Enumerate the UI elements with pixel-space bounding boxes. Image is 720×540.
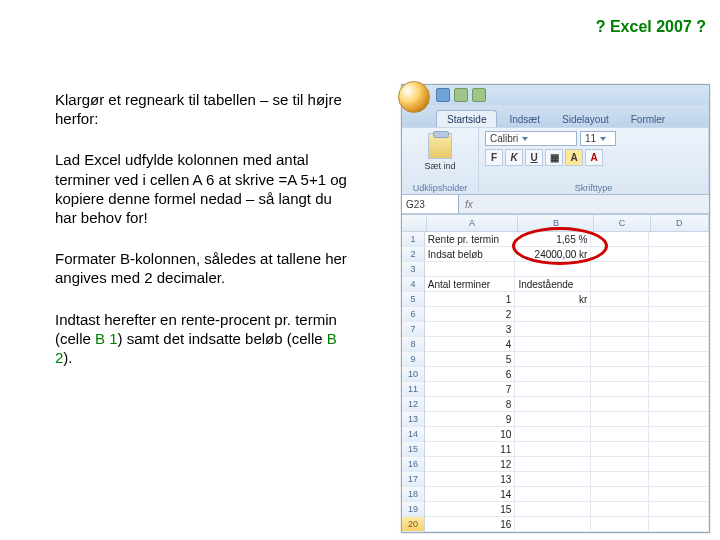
- cell[interactable]: [515, 427, 591, 442]
- row-header[interactable]: 20: [402, 517, 425, 532]
- cell[interactable]: 1: [425, 292, 516, 307]
- cell[interactable]: 6: [425, 367, 516, 382]
- cell[interactable]: [649, 262, 709, 277]
- cell[interactable]: 7: [425, 382, 516, 397]
- cell[interactable]: 11: [425, 442, 516, 457]
- cell[interactable]: [515, 412, 591, 427]
- cell[interactable]: [649, 457, 709, 472]
- cell[interactable]: [515, 442, 591, 457]
- cell[interactable]: [591, 487, 649, 502]
- cell[interactable]: Indsat beløb: [425, 247, 516, 262]
- cell[interactable]: [591, 412, 649, 427]
- cell[interactable]: [591, 472, 649, 487]
- cell[interactable]: [515, 367, 591, 382]
- cell[interactable]: [649, 367, 709, 382]
- cell[interactable]: [649, 442, 709, 457]
- cell[interactable]: [649, 487, 709, 502]
- cell[interactable]: 14: [425, 487, 516, 502]
- cell[interactable]: [591, 397, 649, 412]
- cell[interactable]: [649, 427, 709, 442]
- cell[interactable]: [649, 472, 709, 487]
- row-header[interactable]: 14: [402, 427, 425, 442]
- cell[interactable]: 24000,00 kr: [515, 247, 591, 262]
- row-header[interactable]: 3: [402, 262, 425, 277]
- cell[interactable]: [591, 352, 649, 367]
- cell[interactable]: [649, 292, 709, 307]
- cell[interactable]: [515, 502, 591, 517]
- row-header[interactable]: 16: [402, 457, 425, 472]
- cell[interactable]: [591, 427, 649, 442]
- underline-button[interactable]: U: [525, 149, 543, 166]
- cell[interactable]: Indestående: [515, 277, 591, 292]
- border-button[interactable]: ▦: [545, 149, 563, 166]
- row-header[interactable]: 4: [402, 277, 425, 292]
- cell[interactable]: [591, 367, 649, 382]
- cell[interactable]: [591, 232, 649, 247]
- col-header-c[interactable]: C: [594, 215, 650, 231]
- cell[interactable]: [515, 307, 591, 322]
- fill-color-button[interactable]: A: [565, 149, 583, 166]
- cell[interactable]: 13: [425, 472, 516, 487]
- cell[interactable]: [649, 412, 709, 427]
- cell[interactable]: [515, 457, 591, 472]
- name-box[interactable]: G23: [402, 195, 459, 213]
- cell[interactable]: [649, 232, 709, 247]
- cell[interactable]: [591, 292, 649, 307]
- cell[interactable]: 5: [425, 352, 516, 367]
- cell[interactable]: [649, 337, 709, 352]
- cell[interactable]: [649, 352, 709, 367]
- cell[interactable]: [515, 487, 591, 502]
- select-all-corner[interactable]: [402, 215, 427, 231]
- office-button[interactable]: [398, 81, 430, 113]
- col-header-a[interactable]: A: [427, 215, 519, 231]
- font-color-button[interactable]: A: [585, 149, 603, 166]
- row-header[interactable]: 19: [402, 502, 425, 517]
- cell[interactable]: [591, 502, 649, 517]
- cell[interactable]: [591, 322, 649, 337]
- cell[interactable]: [649, 247, 709, 262]
- cell[interactable]: [425, 262, 516, 277]
- row-header[interactable]: 18: [402, 487, 425, 502]
- row-header[interactable]: 2: [402, 247, 425, 262]
- cell[interactable]: kr: [515, 292, 591, 307]
- cell[interactable]: [515, 352, 591, 367]
- cell[interactable]: [515, 397, 591, 412]
- row-header[interactable]: 17: [402, 472, 425, 487]
- cell[interactable]: [649, 397, 709, 412]
- cell[interactable]: [591, 442, 649, 457]
- row-header[interactable]: 10: [402, 367, 425, 382]
- cell[interactable]: [591, 382, 649, 397]
- worksheet-grid[interactable]: A B C D 1Rente pr. termin1,65 %2Indsat b…: [402, 214, 709, 532]
- undo-icon[interactable]: [454, 88, 468, 102]
- bold-button[interactable]: F: [485, 149, 503, 166]
- font-name-combo[interactable]: Calibri: [485, 131, 577, 146]
- cell[interactable]: 9: [425, 412, 516, 427]
- cell[interactable]: [591, 307, 649, 322]
- cell[interactable]: Rente pr. termin: [425, 232, 516, 247]
- row-header[interactable]: 12: [402, 397, 425, 412]
- cell[interactable]: 15: [425, 502, 516, 517]
- row-header[interactable]: 5: [402, 292, 425, 307]
- cell[interactable]: [515, 517, 591, 532]
- cell[interactable]: [649, 277, 709, 292]
- cell[interactable]: [515, 382, 591, 397]
- row-header[interactable]: 8: [402, 337, 425, 352]
- cell[interactable]: [591, 457, 649, 472]
- cell[interactable]: 10: [425, 427, 516, 442]
- cell[interactable]: [591, 247, 649, 262]
- cell[interactable]: [591, 262, 649, 277]
- cell[interactable]: [591, 517, 649, 532]
- col-header-d[interactable]: D: [651, 215, 709, 231]
- cell[interactable]: [649, 307, 709, 322]
- row-header[interactable]: 1: [402, 232, 425, 247]
- paste-button[interactable]: Sæt ind: [408, 131, 472, 173]
- cell[interactable]: 3: [425, 322, 516, 337]
- row-header[interactable]: 7: [402, 322, 425, 337]
- cell[interactable]: [591, 277, 649, 292]
- italic-button[interactable]: K: [505, 149, 523, 166]
- col-header-b[interactable]: B: [518, 215, 594, 231]
- tab-sidelayout[interactable]: Sidelayout: [552, 111, 619, 127]
- save-icon[interactable]: [436, 88, 450, 102]
- cell[interactable]: 2: [425, 307, 516, 322]
- font-size-combo[interactable]: 11: [580, 131, 616, 146]
